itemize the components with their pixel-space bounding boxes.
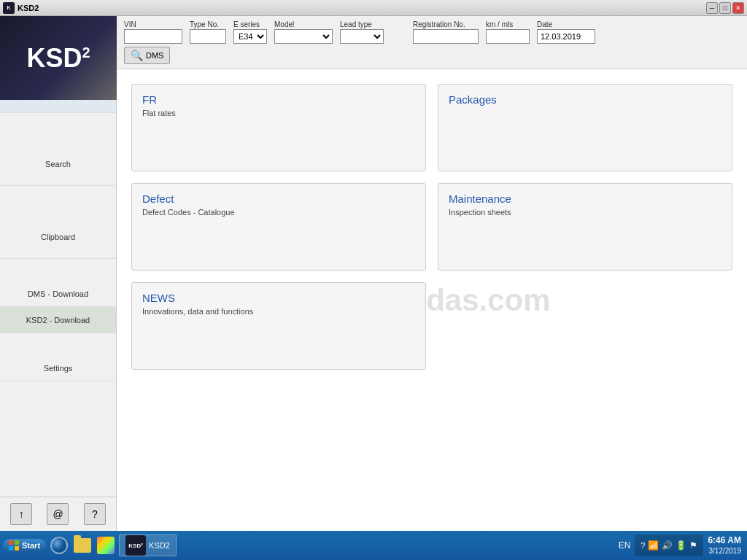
model-field: Model: [274, 20, 333, 44]
sidebar-item-dms-download[interactable]: DMS - Download: [0, 281, 116, 307]
tray-volume-icon[interactable]: 🔊: [662, 540, 673, 551]
sidebar-item-label: Clipboard: [41, 233, 75, 241]
tile-maintenance-title: Maintenance: [449, 192, 721, 205]
tile-defect[interactable]: Defect Defect Codes - Catalogue: [131, 183, 426, 271]
eseries-select[interactable]: E34 E36 E46 E90: [233, 29, 267, 44]
model-select[interactable]: [274, 29, 333, 44]
kmls-label: km / mls: [486, 20, 530, 28]
regno-label: Registration No.: [413, 20, 479, 28]
kmls-input[interactable]: [486, 29, 530, 44]
typeno-field: Type No.: [190, 20, 226, 44]
vin-field: VIN: [124, 20, 182, 44]
header-row1: VIN Type No. E series E34 E36 E46 E90 Mo…: [124, 20, 740, 44]
title-bar-left: K KSD2: [3, 2, 39, 14]
leadtype-field: Lead type: [340, 20, 384, 44]
lang-indicator: EN: [619, 540, 631, 551]
tile-defect-subtitle: Defect Codes - Catalogue: [142, 208, 415, 217]
sidebar-bottom: ↑ @ ?: [0, 497, 116, 531]
svg-rect-1: [15, 540, 19, 545]
dms-button[interactable]: 🔍 DMS: [124, 47, 170, 64]
windows-logo-icon: [9, 540, 19, 551]
title-bar: K KSD2 ─ □ ✕: [0, 0, 747, 16]
svg-rect-2: [9, 546, 13, 551]
sidebar-item-ksd2-download[interactable]: KSD2 - Download: [0, 307, 116, 333]
sidebar-spacer1: [0, 113, 116, 142]
main-window: KSD2 VIN Type No. E series E34 E36 E46 E…: [0, 16, 747, 531]
tray-battery-icon: 🔋: [676, 540, 686, 551]
sidebar-item-clipboard[interactable]: Clipboard: [0, 215, 116, 259]
taskbar-right: EN ? 📶 🔊 🔋 ⚑ 6:46 AM 3/12/2019: [619, 534, 744, 556]
regno-field: Registration No.: [413, 20, 479, 44]
tile-news[interactable]: NEWS Innovations, data and functions: [131, 282, 426, 370]
tile-maintenance[interactable]: Maintenance Inspection sheets: [438, 183, 732, 271]
taskbar-ie-icon[interactable]: [49, 535, 69, 556]
sidebar-item-label: KSD2 - Download: [26, 316, 90, 324]
start-button[interactable]: Start: [3, 539, 46, 552]
system-tray: ? 📶 🔊 🔋 ⚑: [635, 534, 703, 556]
sidebar-spacer4: [0, 333, 116, 355]
tile-fr-title: FR: [142, 93, 415, 106]
leadtype-select[interactable]: [340, 29, 384, 44]
sidebar-item-settings[interactable]: Settings: [0, 355, 116, 381]
sidebar-spacer2: [0, 186, 116, 215]
typeno-label: Type No.: [190, 20, 226, 28]
logo-sup: 2: [82, 44, 90, 61]
app-icon-small: K: [3, 2, 15, 14]
app-title: KSD2: [18, 4, 39, 12]
kmls-field: km / mls: [486, 20, 530, 44]
tile-news-title: NEWS: [142, 292, 415, 304]
active-app-label: KSD2: [149, 541, 170, 550]
leadtype-label: Lead type: [340, 20, 384, 28]
date-field: Date 12.03.2019: [537, 20, 595, 44]
sidebar-flex-spacer: [0, 381, 116, 497]
taskbar: Start KSD² KSD2 EN ? 📶 🔊 🔋 ⚑ 6:46 AM 3/1…: [0, 531, 747, 560]
header-row2: 🔍 DMS: [124, 47, 740, 64]
sidebar-help-button[interactable]: ?: [84, 503, 106, 525]
taskbar-active-app[interactable]: KSD² KSD2: [119, 534, 177, 556]
start-label: Start: [22, 541, 40, 550]
tray-network-icon: 📶: [648, 540, 659, 551]
close-button[interactable]: ✕: [732, 2, 744, 14]
clock[interactable]: 6:46 AM 3/12/2019: [708, 535, 741, 556]
svg-rect-3: [15, 546, 19, 551]
eseries-label: E series: [233, 20, 267, 28]
dms-icon: 🔍: [131, 50, 143, 61]
logo-area: KSD2: [0, 16, 117, 100]
tray-notification-icon[interactable]: ⚑: [689, 540, 697, 551]
sidebar-spacer3: [0, 259, 116, 281]
title-bar-controls: ─ □ ✕: [706, 2, 744, 14]
sidebar-exit-button[interactable]: ↑: [10, 503, 32, 525]
tray-help-icon[interactable]: ?: [640, 541, 645, 550]
vin-input[interactable]: [124, 29, 182, 44]
main-content: www.vxdas.com FR Flat rates Packages Def…: [117, 69, 747, 531]
content-area: BMW Service Inclusive Search Clipboard D…: [0, 69, 747, 531]
date-input[interactable]: 12.03.2019: [537, 29, 595, 44]
sidebar-item-search[interactable]: Search: [0, 142, 116, 186]
typeno-input[interactable]: [190, 29, 226, 44]
clock-time: 6:46 AM: [708, 535, 741, 547]
dms-label: DMS: [146, 51, 163, 60]
vin-label: VIN: [124, 20, 182, 28]
sidebar-item-label: Settings: [44, 364, 73, 373]
taskbar-paint-icon[interactable]: [96, 535, 116, 556]
folder-icon: [74, 538, 91, 553]
clock-date: 3/12/2019: [708, 546, 741, 556]
tile-packages-title: Packages: [449, 93, 721, 106]
tile-maintenance-subtitle: Inspection sheets: [449, 208, 721, 217]
sidebar-item-label: Search: [45, 160, 71, 168]
ksd2-taskbar-icon: KSD²: [125, 535, 146, 556]
logo-text: KSD2: [26, 43, 90, 74]
regno-input[interactable]: [413, 29, 479, 44]
taskbar-folder-icon[interactable]: [72, 535, 93, 556]
sidebar-email-button[interactable]: @: [47, 503, 69, 525]
date-label: Date: [537, 20, 595, 28]
tile-news-subtitle: Innovations, data and functions: [142, 307, 415, 316]
sidebar-item-label: DMS - Download: [28, 289, 88, 298]
tiles-grid: FR Flat rates Packages Defect Defect Cod…: [131, 84, 732, 370]
minimize-button[interactable]: ─: [706, 2, 718, 14]
maximize-button[interactable]: □: [719, 2, 731, 14]
sidebar: BMW Service Inclusive Search Clipboard D…: [0, 69, 117, 531]
tile-packages[interactable]: Packages: [438, 84, 732, 171]
tile-fr[interactable]: FR Flat rates: [131, 84, 426, 171]
svg-rect-0: [9, 540, 13, 545]
